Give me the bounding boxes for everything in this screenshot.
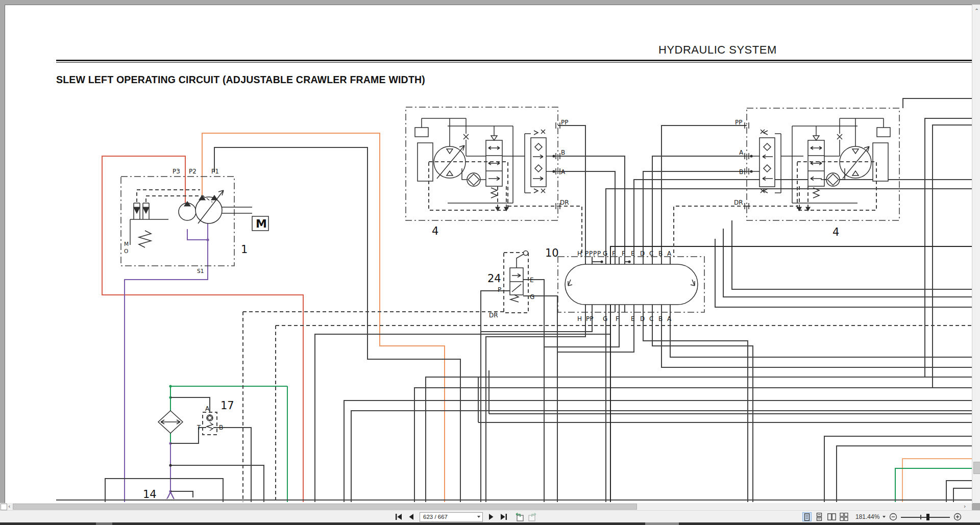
port-p3-label: P3 xyxy=(173,168,180,175)
previous-page-button[interactable] xyxy=(407,512,416,521)
swivel-top-port: G xyxy=(603,250,607,257)
swivel-top-port: P xyxy=(585,250,589,257)
swivel-bottom-port: F xyxy=(616,315,619,322)
continuous-facing-view-button[interactable] xyxy=(839,512,848,521)
pilot-valve: 24 E P G DR xyxy=(487,251,534,319)
ml-port-dr: DR xyxy=(560,199,569,206)
swivel-top-port: F xyxy=(622,250,625,257)
first-page-button[interactable] xyxy=(394,512,403,521)
mr-port-pp: PP xyxy=(735,119,742,126)
swivel-top-port: F xyxy=(612,250,616,257)
swivel-bottom-port: G xyxy=(603,315,607,322)
mr-port-dr: DR xyxy=(734,199,743,206)
swivel-top-port: E xyxy=(631,250,635,257)
tank-unit: 14 xyxy=(143,488,157,501)
page-dropdown-caret-icon[interactable] xyxy=(477,516,480,518)
zoom-out-button[interactable] xyxy=(889,512,898,521)
swivel-top-port: A xyxy=(667,250,672,257)
motor-right-number: 4 xyxy=(832,226,839,238)
pdf-viewer-window: HYDRAULIC SYSTEM SLEW LEFT OPERATING CIR… xyxy=(0,0,980,525)
single-page-view-button[interactable] xyxy=(802,512,812,521)
scroll-up-icon[interactable]: ⌃ xyxy=(974,8,979,15)
previous-view-button[interactable] xyxy=(515,512,524,521)
page-number-value[interactable]: 623 / 667 xyxy=(423,514,448,520)
mr-port-b: B xyxy=(739,168,743,176)
junction-dots xyxy=(169,155,752,466)
horizontal-scroll-thumb[interactable] xyxy=(13,504,637,510)
scroll-right-icon[interactable]: › xyxy=(964,503,966,510)
zoom-dropdown-caret-icon[interactable] xyxy=(883,516,886,518)
swivel-bottom-port: D xyxy=(640,315,645,322)
swivel-number: 10 xyxy=(545,247,559,259)
swivel-top-port: B xyxy=(658,250,663,257)
scrollbar-corner-box xyxy=(1,504,7,510)
vertical-scrollbar[interactable]: ⌃ xyxy=(972,5,980,503)
zoom-in-button[interactable] xyxy=(953,512,962,521)
zoom-slider-track[interactable] xyxy=(901,517,950,518)
pv-port-p: P xyxy=(498,286,501,293)
pilot-valve-number: 24 xyxy=(487,272,501,285)
v17-port-a: A xyxy=(205,405,210,412)
ml-port-a: A xyxy=(561,168,566,176)
zoom-slider-thumb[interactable] xyxy=(926,514,929,520)
pump-port-m: M xyxy=(124,241,129,247)
valve17-number: 17 xyxy=(220,399,234,412)
ml-port-b: B xyxy=(561,149,565,156)
swivel-top-port: P xyxy=(593,250,597,257)
port-p2-label: P2 xyxy=(189,168,197,175)
tank-number: 14 xyxy=(143,488,157,501)
zoom-slider-mark xyxy=(920,515,921,519)
zoom-percentage[interactable]: 181.44% xyxy=(855,513,879,520)
swivel-top-port: C xyxy=(649,250,653,257)
swivel-bottom-port: A xyxy=(667,315,672,322)
electric-motor-label: M xyxy=(256,217,267,230)
filter-valve-17: 17 A T B xyxy=(158,399,234,435)
ml-port-pp: PP xyxy=(561,119,568,126)
port-p1-label: P1 xyxy=(211,168,219,175)
pv-port-g: G xyxy=(530,293,534,301)
swivel-top-port: P xyxy=(597,250,601,257)
vertical-scroll-thumb[interactable] xyxy=(973,462,980,474)
pv-port-e: E xyxy=(530,277,534,284)
travel-motor-left: PP B A DR 4 xyxy=(406,107,569,237)
mr-port-a: A xyxy=(739,149,744,156)
hydraulic-schematic: HYDRAULIC SYSTEM SLEW LEFT OPERATING CIR… xyxy=(0,0,980,525)
continuous-view-button[interactable] xyxy=(815,512,824,521)
swivel-top-port: D xyxy=(640,250,645,257)
v17-port-t: T xyxy=(197,424,201,431)
pump-number: 1 xyxy=(241,243,248,256)
pv-port-dr: DR xyxy=(489,312,498,319)
port-s1-label: S1 xyxy=(197,268,204,274)
next-page-button[interactable] xyxy=(486,512,496,521)
travel-motor-right: PP A B DR 4 xyxy=(734,108,899,238)
swivel-top-port: P xyxy=(589,250,593,257)
page-title: SLEW LEFT OPERATING CIRCUIT (ADJUSTABLE … xyxy=(56,74,425,85)
zoom-slider[interactable] xyxy=(901,513,950,521)
scroll-left-icon[interactable]: ‹ xyxy=(8,503,10,510)
facing-view-button[interactable] xyxy=(827,512,836,521)
taskbar-edge xyxy=(0,522,980,525)
purple-line xyxy=(125,223,209,502)
swivel-bottom-port: B xyxy=(658,315,663,322)
taskbar-item xyxy=(645,522,679,525)
swivel-bottom-port: C xyxy=(649,315,653,322)
pump-port-o: O xyxy=(124,248,128,254)
pump-unit: P3 P2 P1 M M O 1 S1 xyxy=(121,168,268,274)
swivel-bottom-port: H xyxy=(577,315,582,322)
taskbar-item xyxy=(96,522,112,525)
horizontal-scrollbar[interactable]: ‹ › xyxy=(0,503,972,510)
swivel-bottom-port: E xyxy=(631,315,635,322)
last-page-button[interactable] xyxy=(499,512,508,521)
viewer-toolbar: 623 / 667 xyxy=(0,510,980,523)
green-line xyxy=(169,385,972,502)
next-view-button[interactable] xyxy=(528,512,537,521)
swivel-top-port: H xyxy=(577,250,582,257)
page-number-input[interactable]: 623 / 667 xyxy=(420,512,483,522)
motor-left-number: 4 xyxy=(432,225,438,237)
doc-title: HYDRAULIC SYSTEM xyxy=(658,43,777,56)
v17-port-b: B xyxy=(219,424,223,431)
swivel-bottom-port: PP xyxy=(586,315,593,322)
